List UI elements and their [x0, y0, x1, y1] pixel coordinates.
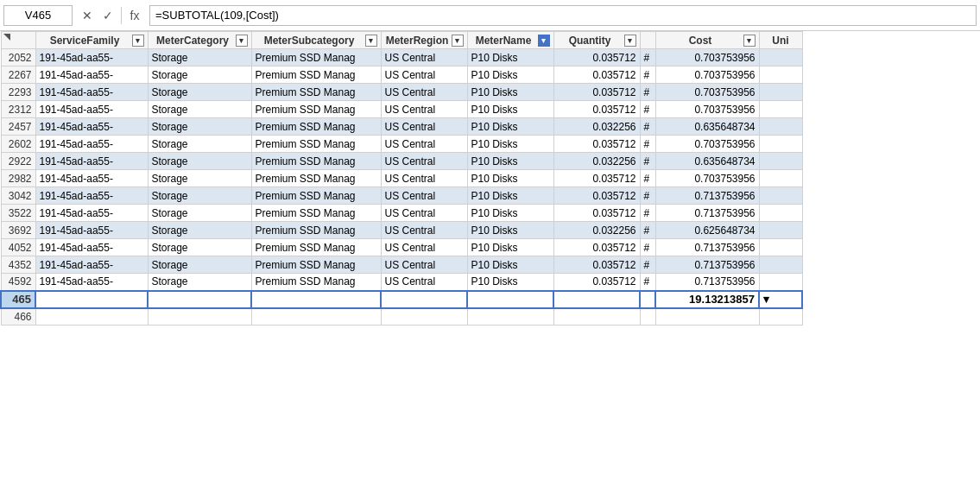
cell-sf[interactable]: 191-45ad-aa55-: [35, 84, 148, 101]
cell-mn[interactable]: P10 Disks: [467, 66, 553, 84]
cell-msc[interactable]: Premium SSD Manag: [251, 170, 381, 187]
cell-msc[interactable]: Premium SSD Manag: [251, 136, 381, 153]
cell-msc[interactable]: Premium SSD Manag: [251, 205, 381, 222]
cell-cost[interactable]: 0.713753956: [655, 239, 759, 256]
filter-btn-mc[interactable]: ▾: [236, 35, 248, 47]
cell-msc[interactable]: Premium SSD Manag: [251, 187, 381, 205]
cell-mn[interactable]: P10 Disks: [467, 118, 553, 136]
cell-mr[interactable]: US Central: [381, 205, 467, 222]
cell-qty[interactable]: 0.035712: [553, 274, 640, 291]
filter-btn-cost[interactable]: ▾: [743, 35, 756, 47]
cell-cost[interactable]: 0.713753956: [655, 274, 759, 291]
cell-mc[interactable]: Storage: [148, 136, 251, 153]
cell-mn[interactable]: P10 Disks: [467, 239, 553, 256]
filter-btn-msc[interactable]: ▾: [365, 35, 377, 47]
cell-msc[interactable]: Premium SSD Manag: [251, 118, 381, 136]
cell-qty[interactable]: 0.035712: [553, 49, 640, 66]
cell-mr[interactable]: US Central: [381, 136, 467, 153]
cell-mr[interactable]: US Central: [381, 84, 467, 101]
filter-btn-mn[interactable]: ▾: [538, 35, 550, 47]
cell-msc[interactable]: Premium SSD Manag: [251, 66, 381, 84]
cell-mr[interactable]: US Central: [381, 118, 467, 136]
cell-mn[interactable]: P10 Disks: [467, 170, 553, 187]
total-cell-mn[interactable]: [467, 291, 553, 308]
formula-input[interactable]: [149, 5, 977, 26]
col-header-cost[interactable]: Cost ▾: [655, 32, 759, 49]
last-cell-cost[interactable]: [655, 308, 759, 326]
filter-btn-qty[interactable]: ▾: [624, 35, 636, 47]
cell-sf[interactable]: 191-45ad-aa55-: [35, 118, 148, 136]
cell-sf[interactable]: 191-45ad-aa55-: [35, 153, 148, 170]
cell-mc[interactable]: Storage: [148, 205, 251, 222]
cell-qty[interactable]: 0.032256: [553, 222, 640, 239]
cell-mn[interactable]: P10 Disks: [467, 101, 553, 118]
total-cell-qty[interactable]: [553, 291, 640, 308]
cell-sf[interactable]: 191-45ad-aa55-: [35, 49, 148, 66]
cell-mc[interactable]: Storage: [148, 170, 251, 187]
cell-mn[interactable]: P10 Disks: [467, 84, 553, 101]
cell-sf[interactable]: 191-45ad-aa55-: [35, 101, 148, 118]
cell-mn[interactable]: P10 Disks: [467, 256, 553, 274]
cell-mc[interactable]: Storage: [148, 49, 251, 66]
col-header-msc[interactable]: MeterSubcategory ▾: [251, 32, 381, 49]
cell-mc[interactable]: Storage: [148, 239, 251, 256]
cell-cost[interactable]: 0.635648734: [655, 118, 759, 136]
confirm-icon[interactable]: ✓: [98, 6, 117, 25]
cell-mr[interactable]: US Central: [381, 222, 467, 239]
cell-mc[interactable]: Storage: [148, 101, 251, 118]
cell-mc[interactable]: Storage: [148, 153, 251, 170]
cell-cost[interactable]: 0.635648734: [655, 153, 759, 170]
cell-msc[interactable]: Premium SSD Manag: [251, 101, 381, 118]
last-cell-qty[interactable]: [553, 308, 640, 326]
cell-qty[interactable]: 0.035712: [553, 136, 640, 153]
cell-mn[interactable]: P10 Disks: [467, 205, 553, 222]
last-cell-mr[interactable]: [381, 308, 467, 326]
cell-qty[interactable]: 0.035712: [553, 187, 640, 205]
cell-qty[interactable]: 0.035712: [553, 239, 640, 256]
cell-mr[interactable]: US Central: [381, 239, 467, 256]
total-cell-cost[interactable]: 19.13213857: [655, 291, 759, 308]
last-cell-msc[interactable]: [251, 308, 381, 326]
cell-mn[interactable]: P10 Disks: [467, 153, 553, 170]
cell-sf[interactable]: 191-45ad-aa55-: [35, 205, 148, 222]
cell-msc[interactable]: Premium SSD Manag: [251, 239, 381, 256]
cell-mn[interactable]: P10 Disks: [467, 136, 553, 153]
cell-cost[interactable]: 0.713753956: [655, 187, 759, 205]
cell-msc[interactable]: Premium SSD Manag: [251, 153, 381, 170]
cell-msc[interactable]: Premium SSD Manag: [251, 274, 381, 291]
cell-mn[interactable]: P10 Disks: [467, 49, 553, 66]
cell-mr[interactable]: US Central: [381, 101, 467, 118]
fx-icon[interactable]: fx: [125, 6, 144, 25]
cell-mc[interactable]: Storage: [148, 187, 251, 205]
col-header-qty[interactable]: Quantity ▾: [553, 32, 640, 49]
cell-sf[interactable]: 191-45ad-aa55-: [35, 222, 148, 239]
total-cell-sf[interactable]: [35, 291, 148, 308]
col-header-mn[interactable]: MeterName ▾: [467, 32, 553, 49]
cell-sf[interactable]: 191-45ad-aa55-: [35, 187, 148, 205]
cell-msc[interactable]: Premium SSD Manag: [251, 256, 381, 274]
cell-qty[interactable]: 0.032256: [553, 153, 640, 170]
cell-cost[interactable]: 0.703753956: [655, 66, 759, 84]
total-cell-msc[interactable]: [251, 291, 381, 308]
cell-msc[interactable]: Premium SSD Manag: [251, 222, 381, 239]
filter-btn-sf[interactable]: ▾: [132, 35, 144, 47]
cancel-icon[interactable]: ✕: [78, 6, 97, 25]
cell-mr[interactable]: US Central: [381, 274, 467, 291]
cell-mc[interactable]: Storage: [148, 256, 251, 274]
last-cell-mn[interactable]: [467, 308, 553, 326]
cell-cost[interactable]: 0.703753956: [655, 136, 759, 153]
cell-sf[interactable]: 191-45ad-aa55-: [35, 136, 148, 153]
cell-cost[interactable]: 0.703753956: [655, 170, 759, 187]
cell-cost[interactable]: 0.703753956: [655, 84, 759, 101]
cell-cost[interactable]: 0.703753956: [655, 49, 759, 66]
cell-cost[interactable]: 0.713753956: [655, 205, 759, 222]
cell-sf[interactable]: 191-45ad-aa55-: [35, 239, 148, 256]
filter-btn-mr[interactable]: ▾: [452, 35, 464, 47]
col-header-mc[interactable]: MeterCategory ▾: [148, 32, 251, 49]
cell-qty[interactable]: 0.035712: [553, 84, 640, 101]
col-header-sf[interactable]: ServiceFamily ▾: [35, 32, 148, 49]
cell-qty[interactable]: 0.035712: [553, 256, 640, 274]
cell-sf[interactable]: 191-45ad-aa55-: [35, 256, 148, 274]
cell-msc[interactable]: Premium SSD Manag: [251, 84, 381, 101]
cell-mr[interactable]: US Central: [381, 153, 467, 170]
